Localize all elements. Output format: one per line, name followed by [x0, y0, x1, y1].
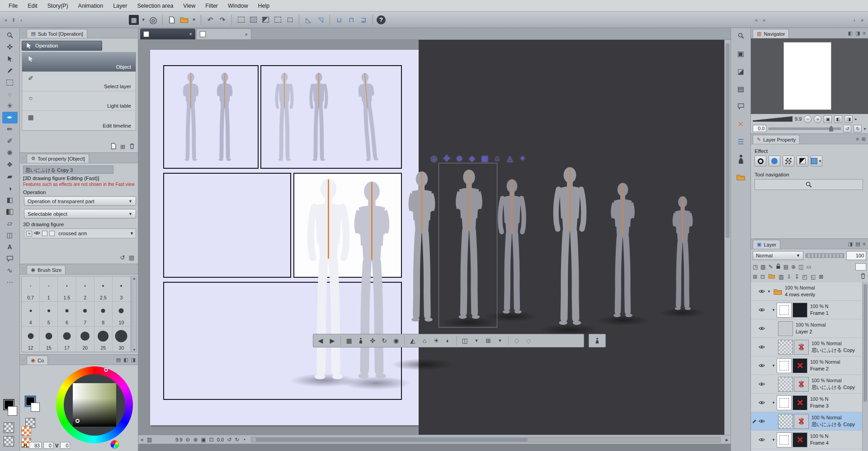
- pose-material-icon[interactable]: ◫: [460, 335, 470, 346]
- layer-row[interactable]: ▼ 100 % Normal 4 rows evenly: [751, 282, 862, 301]
- menu-story[interactable]: Story(P): [42, 1, 73, 11]
- close-tab-icon[interactable]: ×: [189, 31, 192, 37]
- collapse-left-icon[interactable]: «: [3, 14, 9, 26]
- nav-fit-icon[interactable]: ▣: [824, 115, 832, 123]
- panel-expand-icon[interactable]: ⊞: [862, 136, 866, 142]
- object-list-icon[interactable]: ▦: [344, 335, 354, 346]
- far-right-expand-icon[interactable]: »: [859, 14, 865, 26]
- brush-size-scrollbar[interactable]: ▲▼: [132, 276, 137, 352]
- ruler-range-icon[interactable]: ⊕: [791, 264, 796, 270]
- rotate-ccw-icon[interactable]: ↺: [227, 437, 231, 443]
- draft-layer-icon[interactable]: ✎: [769, 264, 773, 270]
- brush-size-cell[interactable]: 5: [40, 302, 58, 327]
- add-subtool-icon[interactable]: ⊞: [120, 143, 125, 150]
- zoom-tool[interactable]: [2, 29, 18, 41]
- operation-tool[interactable]: [2, 53, 18, 65]
- hue-ring[interactable]: [56, 366, 133, 443]
- auto-select-tool[interactable]: ✳: [2, 100, 18, 112]
- mask-icon[interactable]: ◰: [802, 274, 807, 280]
- brush-size-cell[interactable]: 3: [113, 276, 131, 302]
- 3d-figure[interactable]: [211, 70, 239, 166]
- selected-3d-figure[interactable]: [340, 177, 403, 386]
- navigator-preview[interactable]: [751, 38, 868, 114]
- opacity-value[interactable]: 100: [846, 251, 866, 260]
- selectable-object-dropdown[interactable]: Selectable object ▼: [24, 209, 136, 218]
- brush-size-cell[interactable]: 4: [22, 302, 40, 327]
- transparent-color-swatch[interactable]: [4, 423, 14, 433]
- layer-template-tab-icon[interactable]: ▤: [855, 241, 860, 247]
- gradient-tool[interactable]: [2, 206, 18, 218]
- transparent-part-dropdown[interactable]: Operation of transparent part ▼: [24, 196, 136, 206]
- frame-border-tool[interactable]: ◫: [2, 229, 18, 241]
- saturation-value[interactable]: 0: [43, 442, 53, 449]
- redo-icon[interactable]: ↷: [217, 14, 228, 26]
- gizmo-camera-zoom-icon[interactable]: ⊕: [454, 153, 465, 164]
- line-correction-tool[interactable]: ∿: [2, 265, 18, 276]
- balloon-tool[interactable]: [2, 253, 18, 265]
- canvas-viewport[interactable]: ◎ ✜ ⊕ ◈ ▣ ⌂ ◬ ✦ ◀ ▶ ▦ ✜ ↻ ◉ ◭ ⌂: [138, 40, 731, 435]
- layer-row[interactable]: × 100 % Normal 思いにふける Copy: [751, 375, 862, 394]
- extract-line-effect-button[interactable]: [797, 156, 808, 166]
- menu-edit[interactable]: Edit: [23, 1, 42, 11]
- subtool-item-object[interactable]: Object: [22, 52, 136, 72]
- rotate-slider[interactable]: [769, 128, 841, 130]
- subtool-item-edit-timeline[interactable]: ▦ Edit timeline: [22, 111, 136, 130]
- saturation-value-square[interactable]: [73, 383, 116, 427]
- collapse-bottom-icon[interactable]: «: [141, 437, 144, 443]
- pattern-swatch-1[interactable]: [21, 426, 31, 436]
- reset-rotation-icon[interactable]: ◔: [242, 437, 245, 443]
- menu-file[interactable]: File: [4, 1, 23, 11]
- far-right-collapse-icon[interactable]: ‹: [851, 14, 858, 26]
- undo-icon[interactable]: ↶: [205, 14, 216, 26]
- layer-row-selected[interactable]: × 100 % Normal 思いにふける Copy: [751, 412, 862, 431]
- pose-checkbox-1[interactable]: [42, 231, 47, 236]
- slider-thumb[interactable]: [829, 126, 833, 132]
- panel-grip-icon[interactable]: ∷: [22, 31, 24, 36]
- canvas-rotate-value[interactable]: 0.0: [217, 437, 224, 442]
- canvas-horizontal-scrollbar[interactable]: [251, 437, 721, 442]
- canvas-vertical-scrollbar[interactable]: [724, 40, 731, 435]
- layer-visibility-eye[interactable]: [757, 289, 766, 294]
- nav-flip-h-icon[interactable]: ◧: [834, 115, 842, 123]
- layer-visibility-eye[interactable]: [757, 400, 766, 405]
- rotate-cw-icon[interactable]: ↻: [235, 437, 239, 443]
- color-mixing-tab-icon[interactable]: ◨: [131, 357, 136, 363]
- workspace-caret-icon[interactable]: ▾: [140, 14, 146, 26]
- lasso-tool[interactable]: ◌: [2, 88, 18, 100]
- pose-checkbox-2[interactable]: [49, 231, 55, 236]
- camera-angle-icon[interactable]: ◉: [391, 335, 401, 346]
- clipping-icon[interactable]: ⊠: [819, 274, 823, 280]
- brush-size-cell[interactable]: 30: [113, 327, 131, 352]
- brush-tool[interactable]: ✐: [2, 135, 18, 147]
- 3d-scene-figure[interactable]: [545, 164, 595, 331]
- zoom-slider[interactable]: [753, 116, 793, 122]
- layer-tab[interactable]: ▣ Layer: [753, 240, 780, 249]
- scrollbar-thumb[interactable]: [863, 284, 867, 402]
- move-parts-icon[interactable]: ✜: [368, 335, 377, 346]
- layer-visibility-eye[interactable]: [757, 308, 766, 312]
- bottom-menu-icon[interactable]: ▥: [147, 437, 152, 443]
- figure-tool[interactable]: ▱: [2, 218, 18, 229]
- fill-tool[interactable]: ◧: [2, 194, 18, 206]
- decoration-tool[interactable]: ❖: [2, 159, 18, 171]
- layer-row[interactable]: ▼ × 100 % N Frame 3: [751, 394, 862, 412]
- color-wheel-switch-icon[interactable]: [110, 440, 119, 449]
- layout-palette-icon[interactable]: ▤: [734, 82, 748, 95]
- brush-size-cell[interactable]: 17: [58, 327, 76, 352]
- layer-visibility-eye[interactable]: [757, 437, 766, 442]
- brush-size-cell[interactable]: 1.5: [58, 276, 76, 302]
- register-pose-button[interactable]: [589, 334, 606, 347]
- scroll-right-icon[interactable]: ▸: [726, 437, 728, 443]
- expression-color-button[interactable]: ▼: [811, 156, 822, 166]
- eyedropper-tool[interactable]: [2, 65, 18, 76]
- brush-size-cell[interactable]: 20: [76, 327, 94, 352]
- tool-navigation-box[interactable]: [755, 179, 863, 190]
- marquee-tool[interactable]: [2, 76, 18, 88]
- scrollbar-thumb[interactable]: [256, 438, 528, 442]
- gizmo-camera-rotate-icon[interactable]: ◎: [429, 153, 439, 164]
- detail-settings-icon[interactable]: ▤: [129, 254, 134, 261]
- close-tab-icon[interactable]: ×: [245, 32, 248, 37]
- brush-size-cell[interactable]: 8: [94, 302, 113, 327]
- tone-effect-button[interactable]: [783, 156, 794, 166]
- layer-expand-arrow[interactable]: ▼: [772, 308, 777, 312]
